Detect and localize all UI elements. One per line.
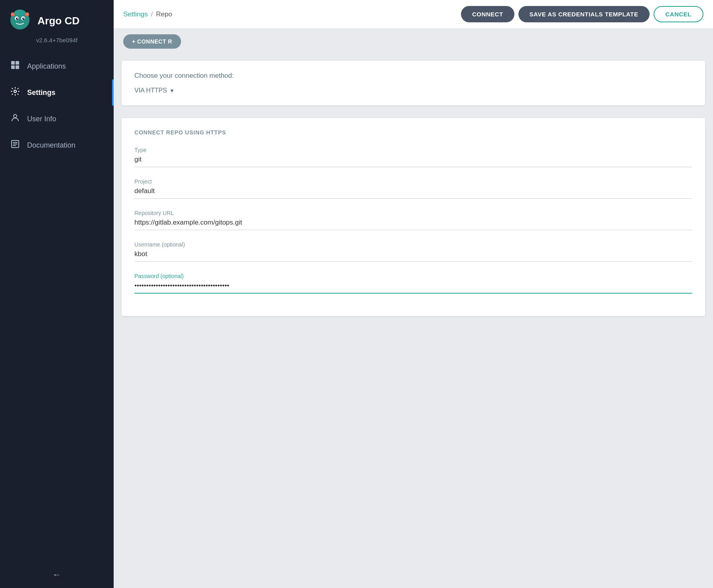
form-section-title: CONNECT REPO USING HTTPS [134, 129, 692, 136]
documentation-icon [10, 139, 21, 151]
topbar: Settings / Repo CONNECT SAVE AS CREDENTI… [114, 0, 713, 29]
sidebar-logo: Argo CD [0, 0, 114, 37]
connection-method-value: VIA HTTPS [134, 87, 167, 94]
save-as-credentials-button[interactable]: SAVE AS CREDENTIALS TEMPLATE [518, 6, 650, 22]
repo-url-input[interactable] [134, 219, 692, 230]
dropdown-arrow-icon: ▼ [169, 88, 175, 94]
svg-point-3 [16, 18, 18, 20]
cancel-button[interactable]: CANCEL [654, 6, 704, 22]
type-value: git [134, 156, 692, 167]
sidebar-item-settings-label: Settings [27, 89, 55, 97]
project-input[interactable] [134, 187, 692, 199]
field-username: Username (optional) [134, 241, 692, 262]
username-input[interactable] [134, 250, 692, 262]
username-label: Username (optional) [134, 241, 692, 248]
sidebar-item-user-info-label: User Info [27, 115, 56, 123]
applications-icon [10, 60, 21, 72]
svg-point-7 [14, 10, 26, 16]
connect-button[interactable]: CONNECT [461, 6, 514, 22]
svg-point-15 [14, 114, 17, 118]
sidebar-item-settings[interactable]: Settings [0, 79, 114, 106]
sidebar-item-user-info[interactable]: User Info [0, 106, 114, 132]
settings-icon [10, 87, 21, 99]
breadcrumb-current: Repo [156, 10, 172, 18]
sidebar-item-documentation-label: Documentation [27, 141, 75, 150]
field-project: Project [134, 178, 692, 199]
svg-point-5 [11, 12, 15, 16]
breadcrumb: Settings / Repo [123, 10, 456, 18]
svg-rect-12 [11, 65, 15, 69]
field-type: Type git [134, 147, 692, 167]
app-name: Argo CD [37, 15, 79, 27]
subheader: + CONNECT R [114, 29, 713, 54]
field-password: Password (optional) [134, 273, 692, 294]
svg-point-4 [22, 18, 25, 20]
breadcrumb-separator: / [151, 10, 153, 18]
sidebar-item-applications[interactable]: Applications [0, 53, 114, 79]
svg-rect-13 [16, 65, 19, 69]
project-label: Project [134, 178, 692, 185]
field-repo-url: Repository URL [134, 210, 692, 230]
connect-repo-label: + CONNECT R [132, 38, 172, 45]
connect-repo-button[interactable]: + CONNECT R [123, 34, 181, 49]
content-area: Choose your connection method: VIA HTTPS… [114, 54, 713, 588]
sidebar-item-applications-label: Applications [27, 62, 66, 71]
connection-method-card: Choose your connection method: VIA HTTPS… [122, 61, 705, 105]
app-version: v2.6.4+7be094f [0, 37, 114, 53]
password-label: Password (optional) [134, 273, 692, 279]
main-area: Settings / Repo CONNECT SAVE AS CREDENTI… [114, 0, 713, 588]
connection-method-label: Choose your connection method: [134, 72, 692, 80]
password-input[interactable] [134, 282, 692, 294]
argo-logo-icon [8, 9, 32, 33]
svg-rect-10 [11, 61, 15, 65]
sidebar-item-documentation[interactable]: Documentation [0, 132, 114, 158]
connection-method-select[interactable]: VIA HTTPS ▼ [134, 87, 692, 94]
svg-point-8 [17, 18, 18, 19]
svg-point-6 [25, 12, 29, 16]
breadcrumb-settings-link[interactable]: Settings [123, 10, 148, 18]
sidebar-nav: Applications Settings User Info [0, 53, 114, 158]
repo-url-label: Repository URL [134, 210, 692, 216]
sidebar: Argo CD v2.6.4+7be094f Applications [0, 0, 114, 588]
svg-point-9 [24, 18, 24, 19]
sidebar-collapse-button[interactable]: ← [0, 562, 114, 588]
collapse-arrow-icon: ← [53, 570, 61, 580]
type-label: Type [134, 147, 692, 153]
svg-point-14 [14, 90, 16, 93]
connect-repo-form-card: CONNECT REPO USING HTTPS Type git Projec… [122, 118, 705, 316]
user-info-icon [10, 113, 21, 125]
topbar-actions: CONNECT SAVE AS CREDENTIALS TEMPLATE CAN… [461, 6, 703, 22]
svg-rect-11 [16, 61, 19, 65]
